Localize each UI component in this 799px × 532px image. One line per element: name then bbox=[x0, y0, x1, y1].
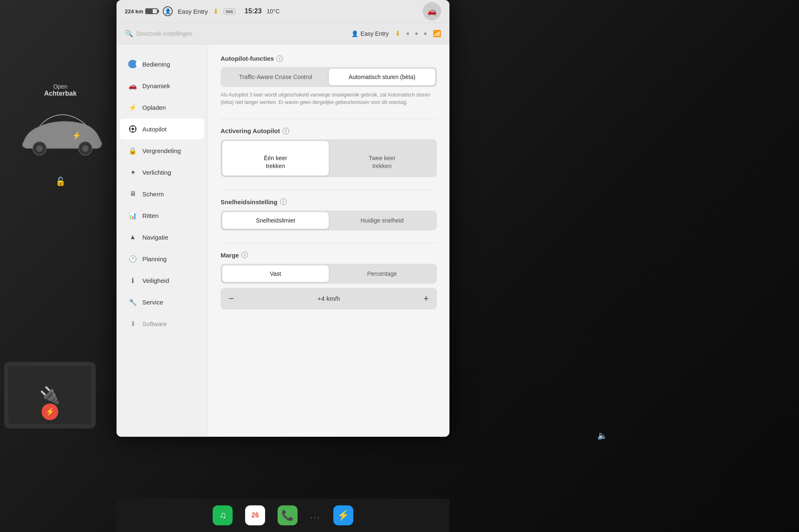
marge-section: Marge i Vast Percentage − +4 km/ bbox=[221, 252, 437, 309]
content-panel: Autopilot-functies i Traffic-Aware Cruis… bbox=[208, 45, 449, 437]
sidebar-item-vergrendeling[interactable]: 🔒 Vergrendeling bbox=[120, 140, 204, 161]
auto-steer-button[interactable]: Automatisch sturen (bèta) bbox=[329, 69, 435, 85]
camera-widget[interactable]: 🔌 ⚡ bbox=[4, 362, 96, 428]
vergrendeling-icon: 🔒 bbox=[128, 146, 137, 155]
lock-icon[interactable]: 🔓 bbox=[55, 176, 66, 186]
activering-title: Activering Autopilot i bbox=[221, 127, 437, 134]
download-icon: ⬇ bbox=[213, 7, 218, 15]
sos-badge[interactable]: sos bbox=[223, 8, 236, 15]
taskbar-dots: ... bbox=[310, 511, 321, 520]
verlichting-icon: ✦ bbox=[128, 168, 137, 177]
sidebar-item-scherm[interactable]: 🖥 Scherm bbox=[120, 183, 204, 204]
een-keer-button[interactable]: Één keer trekken bbox=[222, 141, 329, 176]
battery-icon bbox=[145, 8, 158, 14]
navigatie-icon: ▲ bbox=[128, 233, 137, 242]
bluetooth-icon[interactable]: ⚡ bbox=[333, 505, 353, 525]
marge-title: Marge i bbox=[221, 252, 437, 259]
ritten-icon: 📊 bbox=[128, 211, 137, 220]
divider-3 bbox=[221, 243, 437, 243]
status-bar: 224 km 👤 Easy Entry ⬇ sos 15:23 10°C 🚗 bbox=[117, 0, 449, 23]
divider-2 bbox=[221, 190, 437, 190]
stepper-value: +4 km/h bbox=[241, 295, 417, 302]
dynamiek-icon: 🚗 bbox=[128, 81, 137, 90]
autopilot-functions-group: Traffic-Aware Cruise Control Automatisch… bbox=[221, 67, 437, 87]
snelheid-section: Snelheidsinstelling i Snelheidslimiet Hu… bbox=[221, 198, 437, 230]
search-bar: 🔍 Doorzoek instellingen 👤 Easy Entry ⬇ 📶 bbox=[117, 23, 449, 45]
profile-icon-top[interactable]: 👤 bbox=[163, 6, 173, 16]
search-right: 👤 Easy Entry ⬇ 📶 bbox=[351, 30, 441, 37]
search-easy-entry: 👤 Easy Entry bbox=[351, 30, 389, 37]
huidige-snelheid-button[interactable]: Huidige snelheid bbox=[329, 212, 435, 229]
sidebar-item-dynamiek[interactable]: 🚗 Dynamiek bbox=[120, 75, 204, 96]
sidebar-item-service[interactable]: 🔧 Service bbox=[120, 292, 204, 312]
vast-button[interactable]: Vast bbox=[222, 265, 329, 282]
planning-icon: 🕐 bbox=[128, 254, 137, 263]
battery-km: 224 km bbox=[125, 8, 143, 15]
sidebar-item-opladen[interactable]: ⚡ Opladen bbox=[120, 97, 204, 118]
autopilot-functions-title: Autopilot-functies i bbox=[221, 55, 437, 62]
software-icon: ⬇ bbox=[128, 319, 137, 328]
easy-entry-status: Easy Entry bbox=[178, 8, 208, 15]
marge-group: Vast Percentage bbox=[221, 264, 437, 284]
spotify-icon[interactable]: ♫ bbox=[213, 505, 233, 525]
achterbak-label: Achterbak bbox=[44, 90, 77, 97]
activering-info-icon[interactable]: i bbox=[283, 128, 289, 134]
honda-icon[interactable]: 🚗 bbox=[423, 2, 441, 20]
search-icon: 🔍 bbox=[125, 30, 133, 37]
svg-point-4 bbox=[82, 145, 89, 152]
autopilot-desc: Als Autopilot 3 keer wordt uitgeschakeld… bbox=[221, 91, 437, 106]
marge-stepper: − +4 km/h + bbox=[221, 288, 437, 309]
sidebar-item-planning[interactable]: 🕐 Planning bbox=[120, 248, 204, 269]
main-screen: 224 km 👤 Easy Entry ⬇ sos 15:23 10°C 🚗 🔍… bbox=[117, 0, 449, 437]
marge-info-icon[interactable]: i bbox=[241, 252, 248, 258]
taskbar: ♫ 26 📞 ... ⚡ bbox=[117, 499, 449, 532]
dot-icon-3 bbox=[424, 32, 427, 35]
open-label: Open bbox=[44, 83, 77, 90]
car-silhouette: ⚡ bbox=[6, 106, 114, 164]
sidebar-item-bediening[interactable]: Bediening bbox=[120, 54, 204, 74]
dot-icon-2 bbox=[415, 32, 418, 35]
activering-group: Één keer trekken Twee keer trekken bbox=[221, 139, 437, 177]
service-icon: 🔧 bbox=[128, 297, 137, 307]
sidebar-item-verlichting[interactable]: ✦ Verlichting bbox=[120, 162, 204, 183]
snelheid-info-icon[interactable]: i bbox=[280, 198, 287, 205]
divider-1 bbox=[221, 119, 437, 119]
battery-status: 224 km bbox=[125, 8, 158, 15]
search-placeholder: Doorzoek instellingen bbox=[136, 30, 192, 37]
sidebar-item-autopilot[interactable]: Autopilot bbox=[120, 119, 204, 139]
sidebar-item-software[interactable]: ⬇ Software bbox=[120, 313, 204, 334]
snelheid-group: Snelheidslimiet Huidige snelheid bbox=[221, 210, 437, 230]
sidebar-item-navigatie[interactable]: ▲ Navigatie bbox=[120, 227, 204, 247]
svg-point-2 bbox=[36, 145, 43, 152]
sidebar-item-ritten[interactable]: 📊 Ritten bbox=[120, 205, 204, 226]
sidebar-item-veiligheid[interactable]: ℹ Veiligheid bbox=[120, 270, 204, 291]
autopilot-icon bbox=[128, 124, 137, 134]
stepper-minus-button[interactable]: − bbox=[222, 290, 241, 308]
twee-keer-button[interactable]: Twee keer trekken bbox=[329, 141, 435, 176]
volume-icon[interactable]: 🔈 bbox=[597, 431, 608, 440]
snelheid-title: Snelheidsinstelling i bbox=[221, 198, 437, 205]
autopilot-info-icon[interactable]: i bbox=[276, 55, 283, 62]
search-input-area[interactable]: 🔍 Doorzoek instellingen bbox=[125, 30, 346, 37]
status-temp: 10°C bbox=[267, 8, 280, 15]
status-right: 🚗 bbox=[423, 2, 441, 20]
autopilot-functions-section: Autopilot-functies i Traffic-Aware Cruis… bbox=[221, 55, 437, 106]
traffic-aware-button[interactable]: Traffic-Aware Cruise Control bbox=[222, 69, 329, 85]
calendar-icon[interactable]: 26 bbox=[245, 505, 265, 525]
signal-icon: 📶 bbox=[433, 30, 441, 37]
sidebar: Bediening 🚗 Dynamiek ⚡ Opladen bbox=[117, 45, 208, 437]
veiligheid-icon: ℹ bbox=[128, 276, 137, 285]
svg-point-7 bbox=[132, 128, 134, 130]
percentage-button[interactable]: Percentage bbox=[329, 265, 435, 282]
snelheidslimiet-button[interactable]: Snelheidslimiet bbox=[222, 212, 329, 229]
main-content: Bediening 🚗 Dynamiek ⚡ Opladen bbox=[117, 45, 449, 437]
bediening-icon bbox=[128, 59, 137, 69]
phone-icon[interactable]: 📞 bbox=[278, 505, 298, 525]
svg-text:⚡: ⚡ bbox=[72, 131, 82, 140]
opladen-icon: ⚡ bbox=[128, 103, 137, 112]
dot-icon-1 bbox=[407, 32, 409, 35]
car-panel: Open Achterbak ⚡ 🔓 🔌 ⚡ bbox=[0, 25, 121, 433]
activering-section: Activering Autopilot i Één keer trekken … bbox=[221, 127, 437, 177]
stepper-plus-button[interactable]: + bbox=[417, 290, 435, 308]
dl-icon-search: ⬇ bbox=[395, 30, 400, 37]
